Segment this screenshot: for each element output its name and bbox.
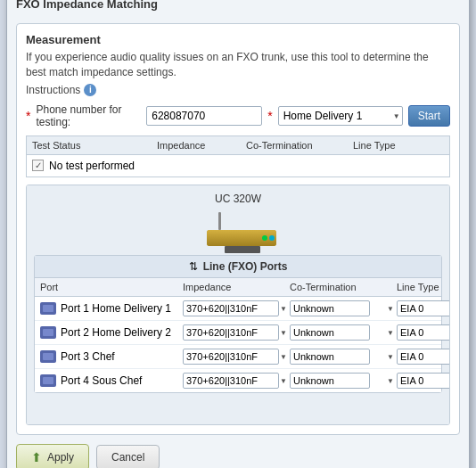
cotermination-select-wrapper-2: Unknown [290,349,397,365]
col-port: Port [40,282,183,292]
required-dot: * [26,109,30,123]
apply-icon: ⬆ [31,450,42,464]
phone-row: * Phone number for testing: * Home Deliv… [26,103,450,128]
ports-col-headers: Port Impedance Co-Termination Line Type [35,278,441,297]
fxo-icon: ⇅ [189,260,198,273]
cotermination-select-wrapper-0: Unknown [290,300,397,316]
cancel-label: Cancel [111,451,144,464]
table-row: Port 2 Home Delivery 2 370+620||310nF Un… [35,321,441,345]
cancel-button[interactable]: Cancel [96,445,160,468]
impedance-select-1[interactable]: 370+620||310nF [183,324,279,341]
table-row: Port 4 Sous Chef 370+620||310nF Unknown … [35,369,441,392]
device-area: UC 320W [26,185,450,425]
svg-point-4 [269,235,275,241]
instructions-label: Instructions [26,84,80,96]
cotermination-select-2[interactable]: Unknown [290,349,370,365]
phone-input[interactable] [146,106,262,126]
col-lt: Line Type [397,282,450,292]
linetype-select-1[interactable]: EIA 0 [397,324,450,341]
measurement-title: Measurement [26,33,450,46]
test-table-header: Test Status Impedance Co-Termination Lin… [26,135,450,154]
col-impedance: Impedance [157,140,246,151]
impedance-select-2[interactable]: 370+620||310nF [183,349,279,365]
col-imp: Impedance [183,282,290,292]
main-dialog: FXO Impedance Matching Measurement If yo… [6,0,470,468]
cotermination-select-wrapper-3: Unknown [290,373,397,389]
device-name: UC 320W [215,193,261,205]
svg-rect-0 [218,212,221,230]
impedance-select-wrapper-2: 370+620||310nF [183,349,290,365]
linetype-select-2[interactable]: EIA 0 [397,349,450,365]
required-dot-2: * [267,109,272,123]
footer: ⬆ Apply Cancel [16,444,460,468]
cotermination-select-3[interactable]: Unknown [290,373,370,389]
impedance-select-wrapper-3: 370+620||310nF [183,373,290,389]
impedance-select-wrapper-1: 370+620||310nF [183,324,290,341]
profile-select[interactable]: Home Delivery 1 [278,106,403,126]
svg-rect-5 [225,246,260,253]
phone-label: Phone number for testing: [36,103,141,128]
ports-table-header: ⇅ Line (FXO) Ports [35,256,441,278]
table-row: Port 3 Chef 370+620||310nF Unknown EIA 0 [35,345,441,369]
profile-select-wrapper: Home Delivery 1 [278,106,403,126]
port-name-1: Port 2 Home Delivery 2 [40,326,183,339]
linetype-select-wrapper-1: EIA 0 [397,324,450,341]
start-button[interactable]: Start [408,105,450,127]
port-icon-3 [40,374,56,387]
linetype-select-3[interactable]: EIA 0 [397,373,450,389]
cotermination-select-1[interactable]: Unknown [290,324,370,341]
linetype-select-wrapper-3: EIA 0 [397,373,450,389]
impedance-select-wrapper-0: 370+620||310nF [183,300,290,316]
device-image [202,210,274,246]
measurement-section: Measurement If you experience audio qual… [16,23,460,435]
no-test-checkbox[interactable]: ✓ [32,160,44,171]
impedance-select-3[interactable]: 370+620||310nF [183,373,279,389]
table-row: Port 1 Home Delivery 1 370+620||310nF Un… [35,297,441,321]
apply-button[interactable]: ⬆ Apply [16,444,89,468]
linetype-select-0[interactable]: EIA 0 [397,300,450,316]
col-co: Co-Termination [290,282,397,292]
device-image-area: UC 320W [34,193,442,246]
linetype-select-wrapper-0: EIA 0 [397,300,450,316]
ports-list: Port 1 Home Delivery 1 370+620||310nF Un… [35,297,441,392]
port-icon-1 [40,326,56,339]
instructions-row: Instructions i [26,84,450,96]
port-name-0: Port 1 Home Delivery 1 [40,302,183,315]
port-icon-2 [40,350,56,363]
dialog-title: FXO Impedance Matching [16,0,460,16]
measurement-description: If you experience audio quality issues o… [26,50,450,80]
info-icon[interactable]: i [84,84,96,96]
impedance-select-0[interactable]: 370+620||310nF [183,300,279,316]
no-test-label: No test performed [49,160,135,172]
col-co-termination: Co-Termination [246,140,353,151]
apply-label: Apply [47,451,74,464]
linetype-select-wrapper-2: EIA 0 [397,349,450,365]
col-test-status: Test Status [32,140,157,151]
cotermination-select-0[interactable]: Unknown [290,300,370,316]
router-svg [202,210,283,255]
svg-point-3 [262,235,267,241]
port-name-3: Port 4 Sous Chef [40,374,183,387]
port-icon-0 [40,302,56,315]
port-name-2: Port 3 Chef [40,350,183,363]
test-status-row: ✓ No test performed [26,154,450,177]
ports-header-text: Line (FXO) Ports [203,260,288,273]
col-line-type: Line Type [353,140,424,151]
cotermination-select-wrapper-1: Unknown [290,324,397,341]
ports-table: ⇅ Line (FXO) Ports Port Impedance Co-Ter… [34,255,442,393]
